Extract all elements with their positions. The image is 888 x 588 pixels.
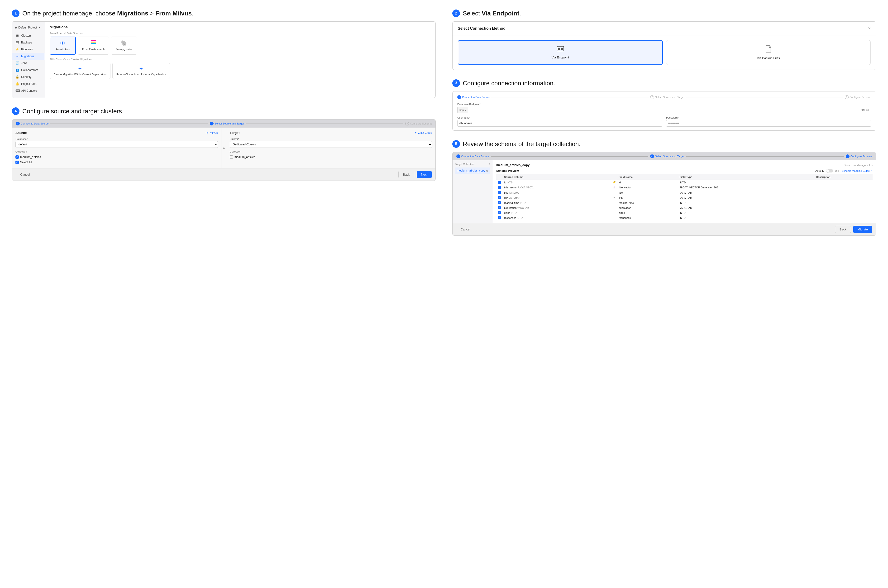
- row-arrow: 🔑: [612, 180, 617, 185]
- step-3-title: Configure connection information.: [463, 80, 555, 87]
- checkbox-id[interactable]: ✓: [498, 181, 501, 184]
- schema-main-content: Target Collection 1 medium_articles_copy…: [453, 160, 876, 223]
- svg-rect-2: [91, 43, 96, 44]
- checkbox-reading-time[interactable]: ✓: [498, 201, 501, 204]
- sidebar-item-security[interactable]: 🔒 Security: [12, 74, 45, 80]
- via-backup-option[interactable]: Via Backup Files: [666, 40, 871, 65]
- db-endpoint-group: Database Endpoint* http:// :19530: [457, 103, 871, 113]
- source-name: publication: [504, 207, 517, 209]
- checkbox-title-vector[interactable]: ✓: [498, 186, 501, 189]
- source-col-claps: claps INT64: [502, 210, 612, 215]
- source-col-title: title VARCHAR: [502, 190, 612, 195]
- checkbox-select-all[interactable]: ✓: [15, 160, 19, 164]
- from-pgvector-card[interactable]: 🐘 From pgvector: [111, 37, 137, 55]
- source-name: link: [504, 196, 508, 199]
- schema-mapping-guide-link[interactable]: Schema Mapping Guide ↗: [842, 170, 873, 172]
- key-icon: 🔑: [612, 181, 616, 184]
- configure-panel: 1 Connect to Data Source 2 Select Source…: [453, 92, 876, 130]
- target-collection-name: medium_articles: [234, 155, 255, 159]
- row-arrow: [612, 200, 617, 205]
- step5-cancel-button[interactable]: Cancel: [456, 226, 474, 233]
- via-endpoint-option[interactable]: Via Endpoint: [458, 40, 663, 65]
- schema-source-label: Source: medium_articles: [844, 164, 873, 166]
- arrows-right-icon: »: [223, 146, 225, 150]
- sidebar-item-clusters[interactable]: ⊞ Clusters: [12, 32, 45, 39]
- same-org-migration-card[interactable]: ✦ Cluster Migration Within Current Organ…: [50, 63, 111, 79]
- checkbox-title[interactable]: ✓: [498, 191, 501, 194]
- table-row: ✓ id INT64 🔑 id INT64: [496, 180, 873, 185]
- step-4-number: 4: [12, 107, 20, 115]
- step-2-title: Select Via Endpoint.: [463, 10, 521, 17]
- wizard-bar-step4: ✓ Connect to Data Source 2 Select Source…: [12, 120, 435, 128]
- password-label: Password*: [666, 116, 871, 119]
- same-org-icon: ✦: [54, 66, 106, 72]
- source-type: INT64: [507, 181, 513, 184]
- checkbox-medium-articles[interactable]: ✓: [15, 155, 19, 159]
- step-5-section: 5 Review the schema of the target collec…: [452, 140, 876, 236]
- pgvector-icon: 🐘: [116, 40, 132, 46]
- external-org-migration-card[interactable]: ✦ From a Cluster in an External Organiza…: [112, 63, 170, 79]
- source-type: VARCHAR: [518, 207, 529, 209]
- description-link: [814, 195, 873, 200]
- row-arrow: [612, 190, 617, 195]
- description-claps: [814, 210, 873, 215]
- database-select[interactable]: default: [15, 141, 218, 148]
- project-name: Default Project: [18, 26, 37, 29]
- collection-item-medium-articles: ✓ medium_articles: [15, 154, 218, 160]
- sidebar-item-api-console[interactable]: ⌨ API Console: [12, 87, 45, 94]
- project-selector[interactable]: Default Project ▾: [12, 24, 45, 32]
- toggle-knob: [826, 170, 829, 172]
- connection-modal: Select Connection Method ×: [453, 22, 876, 70]
- step-5-number: 5: [452, 140, 460, 148]
- sidebar-item-collaborators[interactable]: 👥 Collaborators: [12, 66, 45, 74]
- step5-migrate-button[interactable]: Migrate: [854, 226, 872, 233]
- target-collection-item: medium_articles: [230, 154, 432, 160]
- checkbox-claps[interactable]: ✓: [498, 211, 501, 214]
- field-type-title-vector: FLOAT_VECTOR Dimension 768: [678, 185, 814, 190]
- checkbox-responses[interactable]: ✓: [498, 216, 501, 219]
- elasticsearch-label: From Elasticsearch: [82, 48, 105, 51]
- checkbox-publication[interactable]: ✓: [498, 206, 501, 209]
- schema-step-2-label: Select Source and Target: [655, 155, 684, 158]
- description-title-vector: [814, 185, 873, 190]
- sidebar-item-project-alert[interactable]: 🔔 Project Alert: [12, 80, 45, 87]
- step-3-inactive-num: 3: [405, 122, 409, 126]
- backup-files-icon: [671, 45, 866, 54]
- sidebar-item-migrations[interactable]: ↔ Migrations: [12, 53, 45, 60]
- auto-id-toggle[interactable]: [826, 169, 833, 172]
- source-badge-label: Milvus: [210, 131, 218, 135]
- description-id: [814, 180, 873, 185]
- migrations-page-title: Migrations: [50, 25, 431, 29]
- db-endpoint-label: Database Endpoint*: [457, 103, 871, 106]
- field-type-link: VARCHAR: [678, 195, 814, 200]
- from-elasticsearch-card[interactable]: From Elasticsearch: [78, 37, 109, 55]
- config-step-2-num: 2: [650, 95, 654, 99]
- alert-icon: 🔔: [15, 82, 19, 86]
- modal-header: Select Connection Method ×: [453, 22, 876, 35]
- sidebar-item-jobs[interactable]: 🧾 Jobs: [12, 60, 45, 66]
- close-icon[interactable]: ×: [868, 26, 871, 31]
- from-milvus-card[interactable]: 👁 From Milvus: [50, 37, 76, 55]
- step-1-done-icon: ✓: [16, 122, 20, 126]
- sidebar-item-backups[interactable]: 💾 Backups: [12, 39, 45, 46]
- endpoint-icon: [463, 45, 658, 54]
- checkbox-link[interactable]: ✓: [498, 196, 501, 200]
- cluster-select[interactable]: Dedicated-01-aws: [230, 141, 432, 148]
- external-org-label: From a Cluster in an External Organizati…: [116, 73, 166, 76]
- username-input[interactable]: [457, 120, 662, 127]
- password-input[interactable]: [666, 120, 871, 127]
- step4-back-button[interactable]: Back: [398, 171, 414, 178]
- step5-back-button[interactable]: Back: [835, 226, 851, 233]
- step5-footer: Cancel Back Migrate: [453, 223, 876, 236]
- field-name-reading-time: reading_time: [617, 200, 678, 205]
- step4-cancel-button[interactable]: Cancel: [16, 171, 34, 178]
- collection-sidebar-item[interactable]: medium_articles_copy 🗑: [455, 168, 490, 174]
- collection-delete-icon[interactable]: 🗑: [486, 170, 488, 172]
- source-col-reading-time: reading_time INT64: [502, 200, 612, 205]
- target-collection-count: 1: [489, 163, 490, 166]
- cross-cluster-label: Zilliz Cloud Cross-Cluster Migrations: [50, 58, 431, 61]
- col-field-name: Field Name: [617, 174, 678, 180]
- endpoint-input[interactable]: [468, 107, 859, 113]
- sidebar-item-pipelines[interactable]: ⚡ Pipelines: [12, 46, 45, 53]
- step4-next-button[interactable]: Next: [417, 171, 432, 178]
